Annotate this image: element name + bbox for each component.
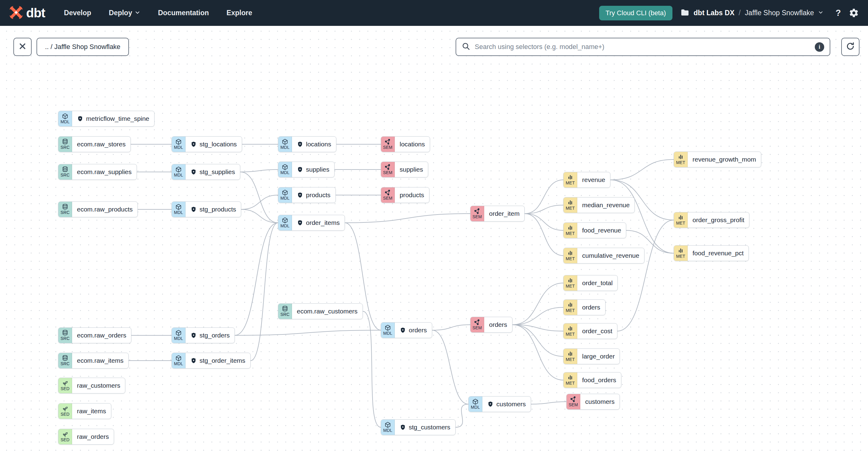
graph-node-supplies_sem[interactable]: SEM supplies [381,161,428,177]
graph-node-stg_locations[interactable]: MDL stg_locations [172,136,242,152]
graph-node-raw_orders_seed[interactable]: SED raw_orders [58,429,114,445]
graph-node-order_items[interactable]: MDL order_items [278,215,345,231]
node-type-badge: MET [564,172,577,187]
graph-node-median_revenue[interactable]: MET median_revenue [563,197,635,213]
graph-node-products_sem[interactable]: SEM products [381,187,429,203]
graph-node-revenue_growth_mom[interactable]: MET revenue_growth_mom [674,152,761,168]
graph-node-raw_stores_src[interactable]: SRC ecom.raw_stores [58,136,131,152]
try-cloud-cli-button[interactable]: Try Cloud CLI (beta) [599,6,672,20]
graph-node-metricflow_time_spine[interactable]: MDL metricflow_time_spine [58,111,155,127]
graph-node-stg_customers[interactable]: MDL stg_customers [381,419,456,435]
lineage-canvas[interactable]: MDL metricflow_time_spine SRC ecom [0,0,868,451]
cube-icon [384,324,391,331]
graph-node-stg_supplies[interactable]: MDL stg_supplies [172,164,240,180]
bar-chart-icon [567,277,574,284]
graph-node-order_total[interactable]: MET order_total [563,275,618,291]
graph-node-raw_supplies_src[interactable]: SRC ecom.raw_supplies [58,164,137,180]
graph-node-products[interactable]: MDL products [278,187,336,203]
database-icon [62,330,68,336]
gear-icon[interactable] [849,8,859,18]
info-icon[interactable]: i [815,42,824,52]
graph-node-raw_items_seed[interactable]: SED raw_items [58,403,111,419]
help-icon[interactable]: ? [835,8,841,18]
graph-node-raw_customers_seed[interactable]: SED raw_customers [58,378,125,393]
node-type-badge: SEM [381,137,395,152]
node-label: order_total [582,279,613,287]
project-name[interactable]: Jaffle Shop Snowflake [745,9,814,17]
graph-node-customers[interactable]: MDL customers [468,396,531,412]
node-label: median_revenue [582,202,629,209]
graph-node-customers_sem[interactable]: SEM customers [566,394,620,410]
graph-node-locations[interactable]: MDL locations [278,136,336,152]
selector-search[interactable]: i [456,38,830,56]
nav-item-deploy[interactable]: Deploy [109,9,141,17]
node-type-label: SEM [473,214,482,219]
node-type-label: MDL [383,428,392,433]
node-type-badge: SEM [470,317,484,332]
graph-node-order_item_sem[interactable]: SEM order_item [470,206,525,221]
node-label: locations [306,141,331,148]
node-type-badge: MET [564,223,577,238]
node-label: customers [585,398,615,405]
node-type-badge: MET [564,275,577,291]
close-lineage-button[interactable] [13,38,32,56]
bar-chart-icon [677,247,684,254]
node-type-badge: MET [564,324,577,339]
close-icon [18,42,27,52]
node-type-badge: MDL [172,328,186,343]
bar-chart-icon [567,224,574,231]
graph-node-food_orders[interactable]: MET food_orders [563,372,621,388]
project-breadcrumb[interactable]: dbt Labs DX / Jaffle Shop Snowflake [680,8,824,18]
graph-node-raw_orders_src[interactable]: SRC ecom.raw_orders [58,327,131,343]
search-input[interactable] [474,42,811,51]
graph-node-stg_orders[interactable]: MDL stg_orders [172,327,235,343]
node-type-badge: MDL [381,420,395,435]
nav-item-explore[interactable]: Explore [226,9,252,17]
bar-chart-icon [677,154,684,160]
graph-node-supplies[interactable]: MDL supplies [278,161,335,177]
cube-icon [282,189,288,196]
nav-item-documentation[interactable]: Documentation [158,9,209,17]
health-shield-icon [190,206,197,213]
breadcrumb[interactable]: .. / Jaffle Shop Snowflake [36,38,129,56]
graph-node-raw_items_src[interactable]: SRC ecom.raw_items [58,353,129,368]
node-label: ecom.raw_stores [77,141,126,148]
graph-node-orders[interactable]: MDL orders [381,322,432,338]
graph-node-orders_sem[interactable]: SEM orders [470,317,513,333]
node-type-label: SEM [383,196,393,201]
refresh-button[interactable] [841,38,860,56]
node-type-label: SEM [383,145,393,150]
graph-node-orders_met[interactable]: MET orders [563,299,606,315]
dbt-logo[interactable]: dbt [9,5,45,21]
nav-item-develop[interactable]: Develop [64,9,91,17]
node-label: customers [496,400,526,408]
node-type-label: MDL [174,336,183,341]
node-type-badge: MDL [381,323,395,338]
account-name[interactable]: dbt Labs DX [694,9,735,17]
node-type-badge: MDL [172,202,186,217]
graph-node-stg_order_items[interactable]: MDL stg_order_items [172,353,251,368]
graph-node-order_gross_profit[interactable]: MET order_gross_profit [674,212,749,228]
graph-node-food_revenue_pct[interactable]: MET food_revenue_pct [674,245,749,261]
node-label: ecom.raw_supplies [77,168,132,176]
graph-node-revenue[interactable]: MET revenue [563,172,611,188]
health-shield-icon [190,332,197,339]
node-label: orders [489,321,507,328]
graph-node-cumulative_revenue[interactable]: MET cumulative_revenue [563,248,645,264]
graph-node-food_revenue[interactable]: MET food_revenue [563,222,626,238]
node-type-badge: MDL [58,111,72,126]
node-type-badge: SRC [58,137,72,152]
graph-node-stg_products[interactable]: MDL stg_products [172,202,241,217]
node-type-label: SEM [569,402,578,407]
graph-node-locations_sem[interactable]: SEM locations [381,136,430,152]
graph-node-raw_products_src[interactable]: SRC ecom.raw_products [58,202,138,217]
cube-icon [472,398,479,405]
node-type-label: SRC [61,145,70,150]
node-label: stg_customers [409,424,451,431]
graph-node-large_order[interactable]: MET large_order [563,349,620,364]
bar-chart-icon [567,174,574,181]
graph-node-raw_customers_src[interactable]: SRC ecom.raw_customers [278,303,363,319]
cube-icon [175,204,182,210]
node-type-badge: MDL [172,137,186,152]
graph-node-order_cost[interactable]: MET order_cost [563,323,617,339]
